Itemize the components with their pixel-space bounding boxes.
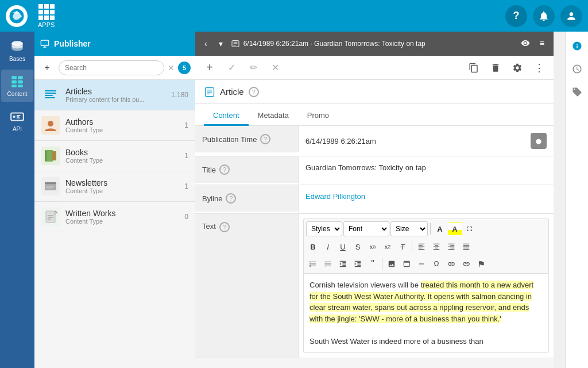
svg-rect-28 (46, 211, 55, 223)
delete-button[interactable] (487, 59, 504, 76)
publisher-title: Publisher (54, 39, 91, 48)
hr-button[interactable] (415, 257, 428, 271)
check-button[interactable]: ✓ (223, 59, 240, 76)
sidebar-item-bases[interactable]: Bases (1, 34, 33, 67)
breadcrumb-actions: ≡ (517, 36, 548, 52)
size-select[interactable]: Size (390, 221, 428, 236)
search-clear-button[interactable]: ✕ (168, 63, 175, 72)
top-nav: APPS ? (0, 0, 588, 32)
add-item-button[interactable]: + (201, 59, 218, 76)
articles-info: Articles Primary content for this pu... (65, 87, 165, 103)
svg-rect-7 (18, 85, 23, 87)
text-help[interactable]: ? (219, 222, 230, 232)
clear-format-button[interactable]: T (396, 240, 409, 254)
tab-promo[interactable]: Promo (298, 106, 338, 126)
flag-button[interactable] (474, 257, 488, 271)
add-button[interactable]: + (39, 60, 55, 76)
indent-increase-button[interactable] (351, 257, 365, 271)
special-char-button[interactable]: Ω (430, 257, 443, 271)
byline-value-cell[interactable]: Edward Pilkington (299, 185, 554, 208)
tag-icon[interactable] (568, 83, 586, 101)
sidebar-item-api[interactable]: API (1, 105, 33, 137)
article-help-button[interactable]: ? (249, 87, 259, 97)
edit-button[interactable]: ✏ (245, 59, 262, 76)
fullscreen-button[interactable] (463, 222, 477, 236)
align-center-button[interactable] (430, 240, 443, 254)
profile-button[interactable] (560, 5, 582, 27)
more-button[interactable]: ⋮ (531, 59, 548, 76)
svg-rect-4 (11, 80, 17, 83)
image-button[interactable] (385, 257, 399, 271)
notifications-button[interactable] (533, 5, 555, 27)
svg-rect-25 (46, 186, 55, 187)
sidebar-item-content[interactable]: Content (1, 70, 33, 102)
info-icon[interactable] (568, 37, 586, 55)
publication-time-label-cell: Publication Time ? (195, 126, 299, 152)
publisher-panel: Publisher + ✕ 5 Articles Primary content… (34, 32, 195, 368)
list-item-authors[interactable]: Authors Content Type 1 (34, 110, 195, 141)
divider-1 (430, 223, 431, 235)
title-value-cell[interactable]: Guardian Tomorrows: Toxicity on tap (299, 156, 554, 179)
text-editor-body[interactable]: Cornish television viewers will be treat… (303, 273, 549, 353)
byline-help[interactable]: ? (226, 193, 236, 204)
indent-decrease-button[interactable] (336, 257, 350, 271)
publication-time-help[interactable]: ? (260, 134, 270, 144)
subscript-button[interactable]: xa (366, 240, 380, 254)
apps-button[interactable]: APPS (33, 2, 59, 30)
table-button[interactable] (400, 257, 413, 271)
svg-rect-24 (45, 182, 56, 184)
font-select[interactable]: Font (343, 221, 389, 236)
eye-button[interactable] (517, 36, 533, 52)
tab-metadata[interactable]: Metadata (249, 106, 298, 126)
align-right-button[interactable] (444, 240, 458, 254)
divider-3 (382, 258, 382, 270)
text-editor-content: Styles Font Size A A (299, 214, 554, 358)
blockquote-button[interactable]: " (366, 257, 380, 271)
publisher-toolbar: + ✕ 5 (34, 56, 195, 80)
list-item-articles[interactable]: Articles Primary content for this pu... … (34, 80, 195, 110)
settings-button[interactable] (509, 59, 526, 76)
text-label-area: Text ? (195, 214, 299, 358)
unordered-list-button[interactable] (321, 257, 335, 271)
font-color-button[interactable]: A (433, 222, 447, 236)
underline-button[interactable]: U (336, 240, 350, 254)
svg-rect-21 (52, 151, 56, 160)
svg-rect-20 (45, 151, 47, 161)
list-item-books[interactable]: Books Content Type 1 (34, 141, 195, 171)
editor-content-text: Cornish television viewers will be treat… (310, 281, 533, 323)
help-button[interactable]: ? (505, 5, 527, 27)
superscript-button[interactable]: x2 (381, 240, 394, 254)
books-info: Books Content Type (65, 148, 179, 164)
styles-select[interactable]: Styles (306, 221, 342, 236)
articles-icon (41, 86, 60, 104)
copy-button[interactable] (465, 59, 482, 76)
tab-content[interactable]: Content (204, 106, 249, 126)
date-picker-button[interactable] (531, 133, 547, 149)
menu-button[interactable]: ≡ (536, 36, 548, 52)
dropdown-button[interactable]: ▾ (215, 37, 226, 51)
title-help[interactable]: ? (219, 164, 230, 175)
back-button[interactable]: ‹ (201, 37, 211, 51)
highlight-button[interactable]: A (448, 222, 462, 236)
link-button[interactable] (444, 257, 458, 271)
strikethrough-button[interactable]: S (351, 240, 365, 254)
clock-icon[interactable] (568, 60, 586, 78)
svg-rect-3 (18, 76, 23, 79)
list-item-written-works[interactable]: Written Works Content Type 0 (34, 202, 195, 232)
unlink-button[interactable] (459, 257, 473, 271)
italic-button[interactable]: I (321, 240, 335, 254)
align-left-button[interactable] (415, 240, 428, 254)
svg-rect-12 (45, 90, 56, 91)
written-works-icon (41, 208, 60, 226)
search-input[interactable] (59, 60, 164, 75)
ordered-list-button[interactable] (306, 257, 320, 271)
bold-button[interactable]: B (306, 240, 320, 254)
editor-toolbar: Styles Font Size A A (303, 218, 549, 273)
form-area: Publication Time ? 6/14/1989 6:26:21am (195, 126, 554, 368)
count-badge: 5 (178, 62, 191, 74)
close-button[interactable]: ✕ (266, 59, 284, 76)
logo[interactable] (6, 5, 28, 27)
justify-button[interactable] (459, 240, 473, 254)
byline-label-cell: Byline ? (195, 185, 299, 212)
list-item-newsletters[interactable]: Newsletters Content Type 1 (34, 171, 195, 202)
